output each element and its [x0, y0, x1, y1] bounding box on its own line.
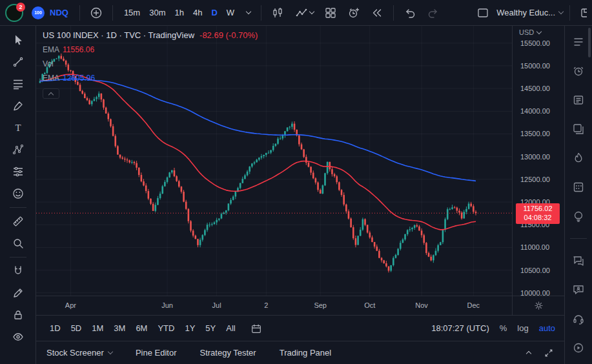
brush-tool[interactable]	[6, 95, 30, 117]
range-all[interactable]: All	[221, 321, 240, 336]
scrollbar-thumb[interactable]	[588, 28, 591, 57]
range-6m[interactable]: 6M	[131, 321, 152, 336]
calendar-panel-button[interactable]	[569, 177, 588, 197]
percent-scale-button[interactable]: %	[500, 323, 507, 333]
auto-scale-button[interactable]: auto	[539, 323, 555, 333]
text-tool[interactable]: T	[6, 117, 30, 139]
cursor-tool[interactable]	[6, 29, 30, 51]
create-alert-button[interactable]	[344, 3, 363, 23]
watchlist-icon	[572, 35, 585, 48]
chevron-down-icon	[309, 9, 314, 14]
drawing-mode-tool[interactable]	[6, 282, 30, 304]
emoji-tool[interactable]	[6, 183, 30, 205]
top-toolbar: 2 100 NDQ 15m30m1h4hDW	[0, 0, 592, 26]
support-panel-button[interactable]	[569, 309, 588, 329]
interval-15m[interactable]: 15m	[119, 5, 145, 20]
interval-W[interactable]: W	[222, 5, 239, 20]
streams-panel-button[interactable]	[569, 338, 588, 358]
fullscreen-icon[interactable]	[544, 348, 554, 358]
trend-line-tool[interactable]	[6, 51, 30, 73]
price-axis-label: 15000.00	[520, 62, 550, 70]
watchlist-panel-button[interactable]	[569, 32, 588, 52]
symbol-logo: 100	[32, 6, 45, 19]
indicators-button[interactable]	[291, 3, 317, 23]
ema-slow-row[interactable]: EMA12605.96	[43, 74, 258, 82]
save-layout-button[interactable]	[577, 3, 587, 23]
layout-name[interactable]: Wealthy Educ...	[496, 8, 555, 17]
symbol-title[interactable]: US 100 INDEX · 1D · TVC · TradingView-82…	[43, 31, 258, 39]
range-1y[interactable]: 1Y	[180, 321, 199, 336]
time-axis-label: Nov	[415, 301, 428, 309]
ema-fast-row[interactable]: EMA11556.06	[43, 46, 258, 54]
account-avatar[interactable]: 2	[5, 4, 23, 22]
price-axis-label: 13500.00	[520, 130, 550, 137]
axis-currency[interactable]: USD	[519, 28, 541, 36]
utc-clock[interactable]: 18:07:27 (UTC)	[431, 323, 489, 333]
legend-collapse-button[interactable]	[43, 88, 59, 99]
interval-4h[interactable]: 4h	[189, 5, 207, 20]
brush-icon	[12, 99, 25, 112]
price-axis-label: 15500.00	[520, 39, 550, 47]
redo-button[interactable]	[424, 3, 443, 23]
chat-bubbles-icon	[572, 254, 585, 267]
chevron-down-icon[interactable]	[558, 9, 564, 14]
layout-templates-button[interactable]	[321, 3, 340, 23]
zoom-tool[interactable]	[6, 232, 30, 254]
volume-row[interactable]: Vol	[43, 60, 258, 68]
hotlists-panel-button[interactable]	[569, 148, 588, 168]
price-chart-plot[interactable]: US 100 INDEX · 1D · TVC · TradingView-82…	[36, 26, 512, 296]
layout-icon	[476, 6, 489, 19]
grid-icon	[324, 6, 337, 19]
interval-30m[interactable]: 30m	[145, 5, 170, 20]
chat-panel-button[interactable]	[569, 251, 588, 270]
price-axis-label: 10500.00	[520, 267, 550, 274]
measure-tool[interactable]	[6, 210, 30, 232]
tabs-group: Stock ScreenerPine EditorStrategy Tester…	[46, 348, 331, 358]
gear-icon[interactable]	[534, 301, 544, 310]
hide-drawings-tool[interactable]	[6, 326, 30, 348]
range-5d[interactable]: 5D	[66, 321, 87, 336]
alert-clock-icon	[347, 6, 360, 19]
range-1d[interactable]: 1D	[45, 321, 65, 336]
data-window-panel-button[interactable]	[569, 119, 588, 139]
magnet-tool[interactable]	[6, 260, 30, 282]
interval-D[interactable]: D	[207, 5, 221, 20]
ideas-panel-button[interactable]	[569, 207, 588, 226]
goto-date-button[interactable]	[247, 319, 266, 338]
tab-trading-panel[interactable]: Trading Panel	[280, 348, 331, 358]
range-3m[interactable]: 3M	[109, 321, 130, 336]
lock-drawings-tool[interactable]	[6, 304, 30, 326]
time-axis[interactable]: AprJunJul2SepOctNovDec	[36, 296, 512, 315]
calendar-icon	[250, 323, 262, 334]
layout-select-button[interactable]	[473, 3, 493, 23]
divider	[112, 5, 113, 21]
range-ytd[interactable]: YTD	[153, 321, 179, 336]
smiley-icon	[12, 187, 25, 200]
interval-1h[interactable]: 1h	[170, 5, 188, 20]
symbol-name: NDQ	[50, 8, 68, 17]
range-5y[interactable]: 5Y	[201, 321, 220, 336]
tab-strategy-tester[interactable]: Strategy Tester	[199, 348, 256, 358]
pattern-tool[interactable]	[6, 139, 30, 161]
undo-button[interactable]	[400, 3, 420, 23]
chart-style-button[interactable]	[268, 3, 287, 23]
economic-calendar-icon	[572, 181, 585, 194]
range-1m[interactable]: 1M	[87, 321, 108, 336]
interval-menu-button[interactable]	[243, 3, 254, 23]
panel-collapse-icon[interactable]	[526, 351, 531, 356]
notification-badge: 2	[16, 3, 25, 12]
public-chat-panel-button[interactable]	[569, 280, 588, 299]
fib-retracement-tool[interactable]	[6, 73, 30, 95]
tab-pine-editor[interactable]: Pine Editor	[136, 348, 177, 358]
symbol-search-button[interactable]: 100 NDQ	[27, 4, 73, 22]
tab-stock-screener[interactable]: Stock Screener	[46, 348, 112, 358]
log-scale-button[interactable]: log	[517, 323, 528, 333]
news-panel-button[interactable]	[569, 90, 588, 110]
forecast-tool[interactable]	[6, 161, 30, 183]
ema-fast-value: 11556.06	[63, 45, 94, 54]
chevron-down-icon	[108, 349, 113, 354]
compare-add-button[interactable]	[87, 3, 106, 23]
alerts-panel-button[interactable]	[569, 61, 588, 81]
bar-replay-button[interactable]	[367, 3, 387, 23]
price-axis[interactable]: USD 11756.02 04:08:32 15500.0015000.0014…	[512, 26, 564, 296]
